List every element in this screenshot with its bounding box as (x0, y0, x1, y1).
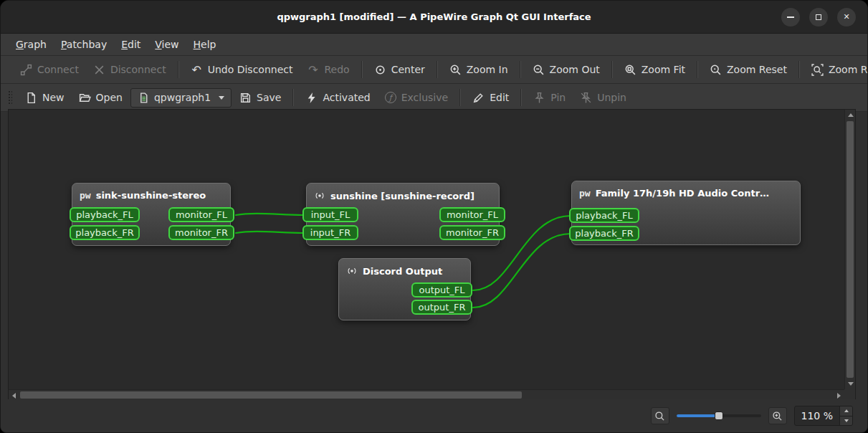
pin-icon (533, 92, 545, 104)
toolbar-drag-handle[interactable] (7, 90, 12, 105)
disconnect-button[interactable]: Disconnect (87, 60, 173, 80)
vertical-scrollbar[interactable] (844, 110, 855, 389)
toolbar-separator (178, 61, 179, 78)
save-button[interactable]: Save (233, 87, 287, 108)
horizontal-scrollbar[interactable] (9, 389, 844, 400)
undo-disconnect-button[interactable]: ↶ Undo Disconnect (184, 60, 300, 80)
node-title: Discord Output (363, 266, 442, 277)
toolbar-separator (459, 89, 461, 106)
window-controls: ✕ (781, 1, 856, 33)
port-playback-fl[interactable]: playback_FL (70, 207, 140, 222)
zoom-value: 110 % (795, 406, 839, 425)
exclusive-toggle[interactable]: ƒ Exclusive (378, 87, 454, 108)
redo-icon: ↷ (307, 64, 319, 76)
port-input-fr[interactable]: input_FR (302, 225, 358, 240)
maximize-button[interactable] (809, 8, 828, 27)
connection-layer (9, 110, 844, 389)
zoom-spin-up-button[interactable] (840, 406, 852, 417)
zoom-slider-fill (677, 414, 718, 417)
magnifier-plus-icon (772, 411, 783, 422)
zoom-range-button[interactable]: Zoom Range (805, 60, 868, 80)
connection-monitorFR-inputFR (236, 232, 302, 233)
zoom-fit-icon (624, 64, 636, 76)
zoom-in-button[interactable]: Zoom In (443, 60, 515, 80)
port-monitor-fr[interactable]: monitor_FR (439, 225, 505, 240)
toolbar-separator (292, 89, 294, 106)
menu-patchbay[interactable]: Patchbay (54, 37, 113, 52)
vertical-scroll-thumb[interactable] (846, 121, 854, 378)
patchbay-combobox[interactable]: qpwgraph1 (130, 88, 232, 108)
pin-button[interactable]: Pin (527, 87, 572, 108)
scroll-up-arrow[interactable] (848, 113, 854, 117)
port-output-fr[interactable]: output_FR (411, 300, 472, 315)
activated-toggle[interactable]: Activated (299, 87, 376, 108)
pencil-icon (472, 92, 485, 104)
port-output-fl[interactable]: output_FL (411, 282, 472, 298)
zoom-in-status-button[interactable] (768, 407, 787, 424)
port-playback-fl[interactable]: playback_FL (569, 208, 639, 223)
toolbar-separator (697, 61, 698, 78)
window-title: qpwgraph1 [modified] — A PipeWire Graph … (277, 11, 591, 22)
toolbar-separator (437, 61, 438, 78)
connect-button[interactable]: Connect (14, 60, 85, 80)
menu-edit[interactable]: Edit (115, 37, 147, 52)
save-icon (239, 92, 252, 104)
scroll-right-arrow[interactable] (837, 393, 841, 399)
monitor-icon (346, 265, 358, 277)
chevron-down-icon (844, 419, 849, 422)
exclusive-icon: ƒ (385, 92, 396, 103)
zoom-in-icon (449, 64, 462, 76)
unpin-button[interactable]: Unpin (573, 87, 633, 108)
port-monitor-fl[interactable]: monitor_FL (168, 207, 234, 222)
new-file-icon (25, 92, 37, 104)
zoom-out-status-button[interactable] (651, 407, 669, 424)
horizontal-scroll-thumb[interactable] (20, 391, 522, 399)
zoom-spinbox[interactable]: 110 % (794, 406, 853, 426)
zoom-reset-button[interactable]: Zoom Reset (703, 60, 793, 80)
scroll-down-arrow[interactable] (848, 382, 854, 386)
center-button[interactable]: Center (368, 60, 431, 80)
menu-view[interactable]: View (148, 37, 185, 52)
menu-help[interactable]: Help (187, 37, 223, 52)
chevron-down-icon (219, 96, 224, 100)
node-title: Family 17h/19h HD Audio Contr… (596, 188, 769, 199)
unpin-icon (580, 92, 592, 104)
pipewire-icon: pw (80, 190, 91, 201)
graph-canvas[interactable]: pw sink-sunshine-stereo sunshine [sunshi… (9, 110, 844, 389)
patchbay-toolbar: New Open qpwgraph1 Save Activated ƒ Excl… (1, 84, 867, 112)
statusbar: 110 % (1, 399, 867, 432)
toolbar-separator (520, 61, 521, 78)
port-monitor-fr[interactable]: monitor_FR (168, 225, 234, 240)
zoom-fit-button[interactable]: Zoom Fit (618, 60, 692, 80)
close-button[interactable]: ✕ (837, 8, 856, 27)
zoom-out-button[interactable]: Zoom Out (526, 60, 606, 80)
toolbar-separator (520, 89, 522, 106)
monitor-icon (314, 190, 325, 201)
graph-toolbar: Connect Disconnect ↶ Undo Disconnect ↷ R… (1, 56, 867, 84)
zoom-slider-handle[interactable] (715, 411, 723, 420)
port-playback-fr[interactable]: playback_FR (569, 226, 639, 241)
open-button[interactable]: Open (72, 87, 129, 108)
disconnect-icon (93, 64, 105, 76)
titlebar: qpwgraph1 [modified] — A PipeWire Graph … (1, 1, 867, 34)
port-playback-fr[interactable]: playback_FR (70, 225, 140, 240)
maximize-icon (816, 14, 821, 20)
close-icon: ✕ (843, 12, 849, 22)
connect-icon (20, 64, 32, 76)
port-input-fl[interactable]: input_FL (302, 207, 358, 222)
magnifier-icon (654, 411, 665, 422)
zoom-slider[interactable] (677, 409, 761, 423)
menu-graph[interactable]: Graph (9, 37, 53, 52)
port-monitor-fl[interactable]: monitor_FL (439, 207, 505, 222)
app-window: qpwgraph1 [modified] — A PipeWire Graph … (0, 0, 868, 433)
zoom-spin-down-button[interactable] (840, 417, 852, 426)
scroll-left-arrow[interactable] (12, 393, 16, 399)
patchbay-combobox-value: qpwgraph1 (154, 92, 211, 103)
new-button[interactable]: New (19, 87, 71, 108)
open-folder-icon (79, 92, 91, 104)
redo-button[interactable]: ↷ Redo (300, 60, 356, 80)
minimize-button[interactable] (781, 8, 800, 27)
edit-button[interactable]: Edit (466, 87, 515, 108)
zoom-out-icon (533, 64, 545, 76)
node-title: sunshine [sunshine-record] (330, 191, 474, 201)
